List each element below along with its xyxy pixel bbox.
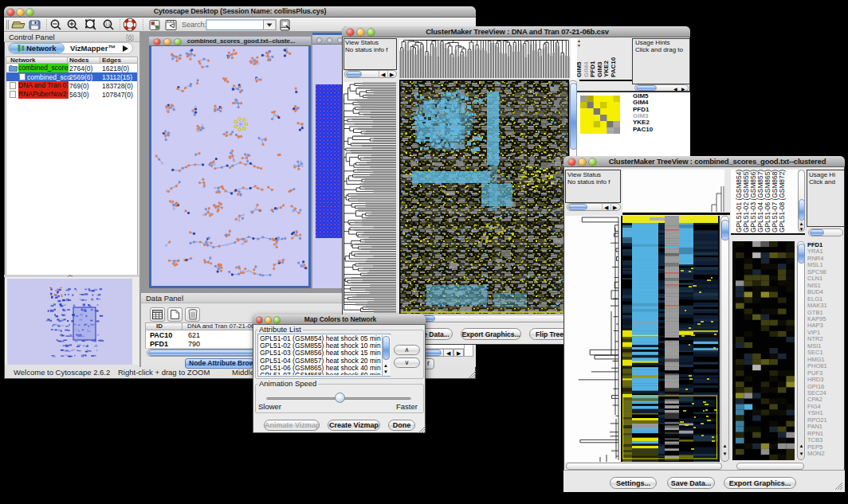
svg-text:PAC10: PAC10 bbox=[610, 57, 617, 77]
svg-text:GPL51-08 (GSM872): GPL51-08 (GSM872) bbox=[778, 170, 786, 232]
svg-text:1:1: 1:1 bbox=[105, 22, 111, 26]
svg-text:Search:: Search: bbox=[182, 21, 206, 29]
